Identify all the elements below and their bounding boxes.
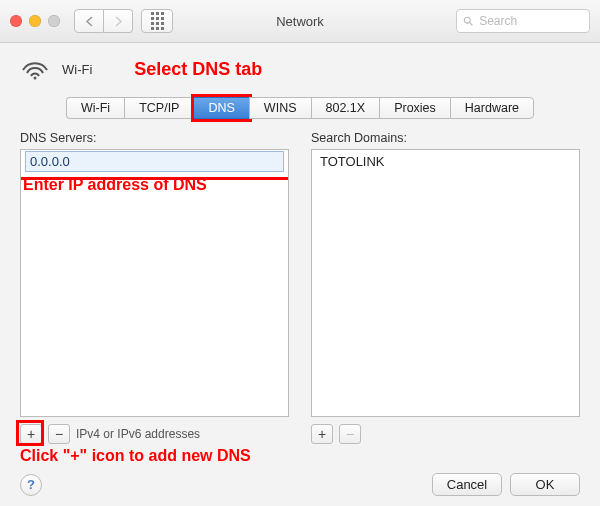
add-dns-button[interactable]: + [20, 424, 42, 444]
search-icon [463, 15, 473, 27]
help-button[interactable]: ? [20, 474, 42, 496]
search-input[interactable] [477, 13, 583, 29]
back-button[interactable] [74, 9, 104, 33]
window-controls [10, 15, 60, 27]
tab-proxies[interactable]: Proxies [379, 97, 450, 119]
dns-servers-column: DNS Servers: Enter IP address of DNS + −… [20, 131, 289, 465]
bottom-bar: ? Cancel OK [20, 473, 580, 496]
dns-footer-hint: IPv4 or IPv6 addresses [76, 427, 200, 441]
zoom-window-button [48, 15, 60, 27]
dns-footer: + − IPv4 or IPv6 addresses [20, 423, 289, 445]
tabs: Wi-Fi TCP/IP DNS WINS 802.1X Proxies Har… [66, 97, 534, 119]
dns-servers-list[interactable]: Enter IP address of DNS [20, 149, 289, 417]
close-window-button[interactable] [10, 15, 22, 27]
remove-dns-button[interactable]: − [48, 424, 70, 444]
list-item[interactable]: TOTOLINK [312, 150, 579, 173]
tab-wins[interactable]: WINS [249, 97, 311, 119]
tab-hardware[interactable]: Hardware [450, 97, 534, 119]
svg-point-2 [34, 77, 37, 80]
dns-servers-label: DNS Servers: [20, 131, 289, 145]
connection-header: Wi-Fi Select DNS tab [20, 49, 580, 89]
svg-line-1 [470, 23, 473, 26]
cancel-button[interactable]: Cancel [432, 473, 502, 496]
tab-dns-label: DNS [208, 101, 234, 115]
wifi-icon [20, 58, 50, 80]
nav-buttons [74, 9, 133, 33]
dns-server-input[interactable] [25, 151, 284, 172]
add-search-domain-button[interactable]: + [311, 424, 333, 444]
annotation-enter-ip: Enter IP address of DNS [23, 176, 207, 194]
remove-search-domain-button: − [339, 424, 361, 444]
search-domains-label: Search Domains: [311, 131, 580, 145]
connection-name: Wi-Fi [62, 62, 92, 77]
chevron-left-icon [85, 16, 94, 27]
tab-dns[interactable]: DNS [193, 97, 248, 119]
search-field-wrap[interactable] [456, 9, 590, 33]
show-all-button[interactable] [141, 9, 173, 33]
search-domains-footer: + − [311, 423, 580, 445]
minimize-window-button[interactable] [29, 15, 41, 27]
tab-wifi[interactable]: Wi-Fi [66, 97, 124, 119]
svg-point-0 [464, 17, 470, 23]
grid-icon [151, 12, 164, 30]
forward-button[interactable] [104, 9, 133, 33]
search-domains-column: Search Domains: TOTOLINK + − [311, 131, 580, 465]
columns: DNS Servers: Enter IP address of DNS + −… [20, 131, 580, 465]
tab-8021x[interactable]: 802.1X [311, 97, 380, 119]
ok-button[interactable]: OK [510, 473, 580, 496]
tab-tcpip[interactable]: TCP/IP [124, 97, 193, 119]
annotation-select-tab: Select DNS tab [134, 59, 262, 80]
titlebar: Network [0, 0, 600, 43]
network-preferences-window: Network Wi-Fi Select DNS tab [0, 0, 600, 506]
chevron-right-icon [114, 16, 123, 27]
annotation-click-plus: Click "+" icon to add new DNS [20, 447, 289, 465]
body: Wi-Fi Select DNS tab Wi-Fi TCP/IP DNS WI… [0, 43, 600, 506]
search-domains-list[interactable]: TOTOLINK [311, 149, 580, 417]
